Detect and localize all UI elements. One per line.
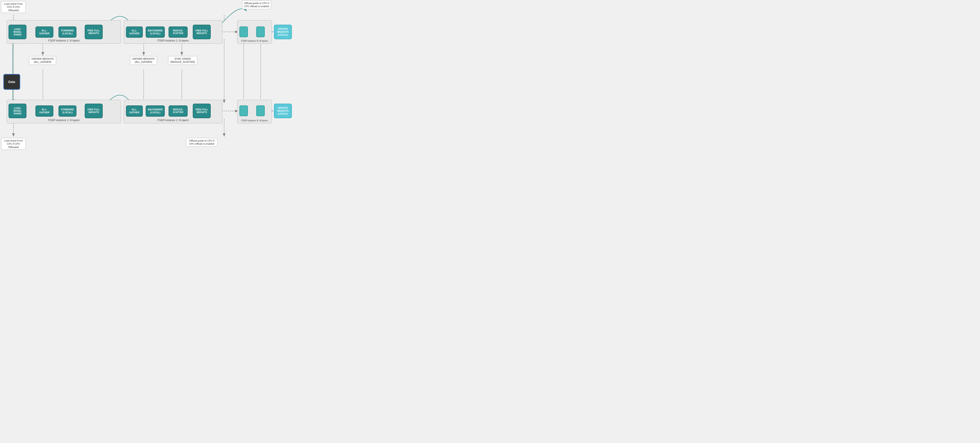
bot-backward-local: BACKWARD (LOCAL) [146, 105, 165, 116]
bot-forward-fsdp-label: FSDP instance 1: N layers [48, 119, 80, 122]
sync-grads: SYNC GRADS (REDUCE_SCATTER) [168, 56, 197, 65]
bot-offload-grads-annotation: Offload grads to CPU if CPU offload is e… [186, 138, 218, 147]
top-free-full-weights: FREE FULL WEIGHTS [85, 25, 103, 39]
gather-weights-1: GATHER WEIGHTS (ALL_GATHER) [29, 56, 56, 65]
top-load-shard-annotation: Load shard From CPU if CPU Offloaded [1, 1, 26, 13]
top-backward-local: BACKWARD (LOCAL) [146, 27, 165, 38]
bot-forward-local: FORWARD (LOCAL) [59, 105, 76, 116]
data-node: Data [3, 74, 20, 90]
top-small-square-2 [256, 27, 265, 37]
bot-free-full-weights: FREE FULL WEIGHTS [85, 104, 103, 118]
top-backward-fsdp-label: FSDP instance 1: N layers [158, 39, 189, 42]
bot-backward-fsdp-label: FSDP instance 1: N layers [158, 119, 189, 122]
gather-weights-2: GATHER WEIGHTS (ALL_GATHER) [130, 56, 157, 65]
bot-reduce-scatter: REDUCE-SCATTER [169, 105, 188, 116]
bot-right-fsdp-label: FSDP instance N: M layers [241, 120, 268, 122]
bot-load-model-shard: LOAD-MODEL SHARD [8, 104, 27, 118]
top-all-gather-bw: ALL-GATHER [126, 27, 143, 38]
top-offload-grads-annotation: Offload grads to CPU if CPU offload is e… [242, 0, 271, 9]
top-update-weights: UPDATE WEIGHTS (LOCAL) [274, 25, 292, 39]
top-right-fsdp-label: FSDP instance N: M layers [241, 40, 268, 42]
bot-free-full-weights-bw: FREE FULL WEIGHTS [193, 104, 211, 118]
top-all-gather: ALL-GATHER [35, 27, 53, 38]
bot-load-shard-annotation: Load shard From CPU if CPU Offloaded [1, 138, 26, 150]
top-small-square-1 [239, 27, 248, 37]
top-forward-local: FORWARD (LOCAL) [59, 27, 76, 38]
bot-small-square-1 [239, 105, 248, 116]
top-load-model-shard: LOAD-MODEL SHARD [8, 25, 27, 39]
bot-update-weights: UPDATE WEIGHTS (LOCAL) [274, 104, 292, 118]
bot-all-gather-bw: ALL-GATHER [126, 105, 143, 116]
bot-small-square-2 [256, 105, 265, 116]
top-free-full-weights-bw: FREE FULL WEIGHTS [193, 25, 211, 39]
top-forward-fsdp-label: FSDP instance 1: N layers [48, 39, 80, 42]
bot-all-gather: ALL-GATHER [35, 105, 53, 116]
diagram-container: Load shard From CPU if CPU Offloaded Off… [0, 0, 314, 153]
top-reduce-scatter: REDUCE-SCATTER [169, 27, 188, 38]
